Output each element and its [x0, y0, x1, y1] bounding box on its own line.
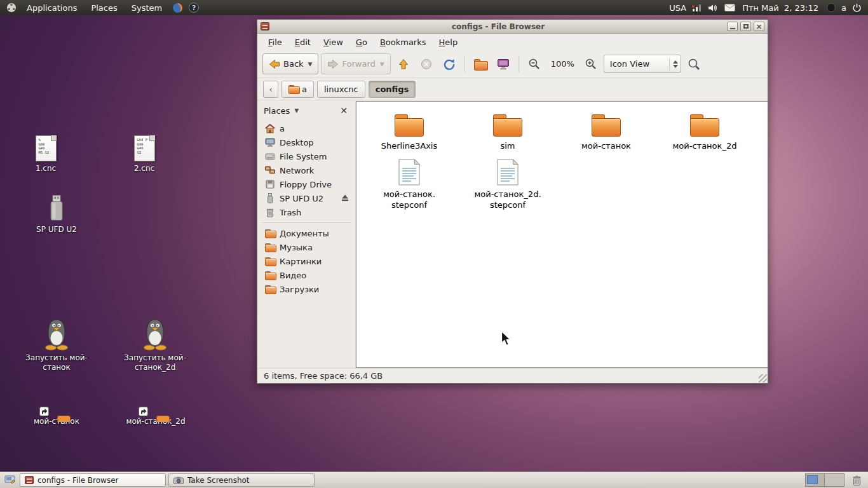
- file-list-pane[interactable]: Sherline3Axis sim мой-станок мой-станок_…: [356, 101, 768, 368]
- distro-logo-icon[interactable]: [5, 1, 18, 14]
- back-button[interactable]: Back ▼: [262, 53, 318, 74]
- folder-icon: [394, 113, 424, 137]
- chevron-down-icon: ▼: [294, 107, 299, 114]
- mail-icon[interactable]: [723, 1, 736, 14]
- minimize-button[interactable]: [727, 22, 738, 31]
- desktop-icon-moy-stanok-2d[interactable]: мой-станок_2d: [117, 414, 194, 426]
- menu-view[interactable]: View: [318, 36, 349, 49]
- volume-icon[interactable]: [707, 1, 719, 14]
- computer-button[interactable]: [493, 53, 513, 74]
- symlink-emblem-icon: [39, 407, 49, 416]
- network-icon[interactable]: [690, 1, 703, 14]
- maximize-button[interactable]: [740, 22, 751, 31]
- sidebar-item-video[interactable]: Видео: [257, 268, 355, 282]
- file-label: мой-станок: [581, 141, 631, 152]
- desktop-icon-moy-stanok[interactable]: мой-станок: [18, 414, 95, 426]
- camera-icon: [173, 477, 184, 484]
- desktop-icon-1cnc[interactable]: % G90 G49 M3 S2 1.cnc: [7, 135, 85, 173]
- mouse-cursor: [501, 330, 512, 347]
- user-menu-label[interactable]: a: [841, 3, 846, 13]
- breadcrumb-home[interactable]: a: [281, 81, 314, 98]
- stepconf-file-icon: [398, 159, 420, 186]
- sidebar-item-label: Музыка: [280, 243, 313, 252]
- sidebar-item-trash[interactable]: Trash: [257, 205, 355, 219]
- sidebar-item-desktop[interactable]: Desktop: [257, 135, 355, 149]
- menu-system[interactable]: System: [126, 1, 167, 15]
- close-button[interactable]: ×: [754, 22, 764, 31]
- file-item-sherline3axis[interactable]: Sherline3Axis: [362, 113, 457, 152]
- zoom-in-button[interactable]: [581, 53, 601, 74]
- menu-edit[interactable]: Edit: [289, 36, 316, 49]
- resize-grip[interactable]: [759, 374, 767, 383]
- help-icon[interactable]: ?: [187, 1, 200, 14]
- status-text: 6 items, Free space: 66,4 GB: [264, 371, 383, 381]
- breadcrumb-scroll-left-button[interactable]: ‹: [263, 81, 278, 98]
- toolbar-separator: [465, 56, 465, 72]
- desktop-icon-label: Запустить мой- станок_2d: [124, 353, 186, 372]
- file-item-moy-stanok-2d[interactable]: мой-станок_2d: [657, 113, 752, 152]
- desktop-icon-label: Запустить мой- станок: [25, 353, 88, 372]
- search-button[interactable]: [684, 53, 704, 74]
- zoom-out-button[interactable]: [524, 53, 545, 74]
- sidebar-mode-select[interactable]: Places ▼: [264, 106, 299, 116]
- desktop-screen: Applications Places System ? USA Птн Май…: [0, 0, 868, 488]
- home-button[interactable]: [470, 53, 491, 74]
- menu-file[interactable]: File: [262, 36, 288, 49]
- workspace-2[interactable]: [825, 474, 844, 486]
- desktop-icon-usb[interactable]: SP UFD U2: [18, 194, 95, 234]
- stop-button[interactable]: [416, 53, 437, 74]
- sidebar-item-network[interactable]: Network: [257, 163, 355, 177]
- show-desktop-button[interactable]: [2, 473, 17, 487]
- workspace-1[interactable]: [806, 474, 825, 486]
- file-label: Sherline3Axis: [381, 141, 438, 152]
- power-icon[interactable]: [850, 1, 863, 14]
- file-browser-window: configs - File Browser × File Edit View …: [257, 19, 768, 384]
- menu-bookmarks[interactable]: Bookmarks: [374, 36, 432, 49]
- file-item-moy-stanok-stepconf[interactable]: мой-станок. stepconf: [362, 159, 457, 211]
- sidebar-close-icon[interactable]: ✕: [337, 105, 350, 116]
- sidebar-item-label: Trash: [280, 208, 301, 217]
- back-dropdown-icon[interactable]: ▼: [308, 61, 313, 67]
- sidebar-item-home[interactable]: a: [257, 121, 355, 135]
- forward-button[interactable]: Forward ▼: [321, 53, 390, 74]
- desktop-icon-launch-moy-stanok-2d[interactable]: Запустить мой- станок_2d: [116, 318, 194, 372]
- menu-help[interactable]: Help: [433, 36, 464, 49]
- user-menu-icon[interactable]: [825, 1, 837, 14]
- task-file-browser[interactable]: configs - File Browser: [20, 473, 166, 487]
- sidebar-item-documents[interactable]: Документы: [257, 226, 355, 240]
- trash-applet-icon[interactable]: [850, 475, 864, 485]
- browser-icon[interactable]: [171, 1, 184, 14]
- sidebar-item-label: File System: [280, 152, 327, 161]
- sidebar-item-downloads[interactable]: Загрузки: [257, 282, 355, 296]
- clock[interactable]: Птн Май 2, 23:12: [740, 3, 821, 13]
- folder-icon: [264, 228, 275, 238]
- eject-icon[interactable]: [341, 194, 349, 203]
- breadcrumb-linuxcnc[interactable]: linuxcnc: [317, 81, 365, 98]
- menu-places[interactable]: Places: [86, 1, 122, 15]
- folder-icon: [264, 270, 275, 280]
- task-take-screenshot[interactable]: Take Screenshot: [168, 473, 315, 487]
- keyboard-layout-indicator[interactable]: USA: [669, 3, 686, 13]
- window-titlebar[interactable]: configs - File Browser ×: [257, 20, 768, 34]
- file-item-moy-stanok[interactable]: мой-станок: [559, 113, 654, 152]
- breadcrumb-configs[interactable]: configs: [369, 81, 416, 98]
- reload-icon: [444, 58, 455, 70]
- sidebar-item-usb[interactable]: SP UFD U2: [257, 191, 355, 205]
- menu-applications[interactable]: Applications: [22, 1, 82, 15]
- sidebar-item-pictures[interactable]: Картинки: [257, 254, 355, 268]
- zoom-level[interactable]: 100%: [547, 59, 578, 69]
- view-mode-select[interactable]: Icon View: [604, 55, 681, 73]
- file-item-sim[interactable]: sim: [460, 113, 555, 152]
- reload-button[interactable]: [439, 53, 459, 74]
- sidebar-item-file-system[interactable]: File System: [257, 149, 355, 163]
- menu-go[interactable]: Go: [350, 36, 373, 49]
- sidebar-item-floppy[interactable]: Floppy Drive: [257, 177, 355, 191]
- up-button[interactable]: [393, 53, 414, 74]
- file-item-moy-stanok-2d-stepconf[interactable]: мой-станок_2d. stepconf: [460, 159, 555, 211]
- usb-drive-icon: [48, 194, 65, 222]
- sidebar-item-music[interactable]: Музыка: [257, 240, 355, 254]
- desktop-icon-launch-moy-stanok[interactable]: Запустить мой- станок: [18, 318, 95, 372]
- folder-icon: [288, 85, 299, 93]
- desktop-icon-2cnc[interactable]: G64 P G90 G49 S2 2.cnc: [105, 135, 183, 173]
- forward-dropdown-icon: ▼: [380, 61, 384, 67]
